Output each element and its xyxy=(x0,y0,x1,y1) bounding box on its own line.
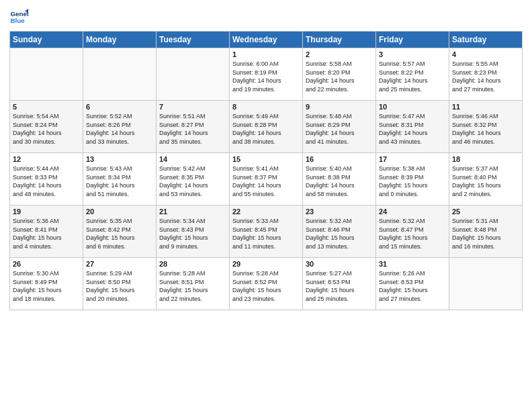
day-info: Sunrise: 5:38 AM Sunset: 8:39 PM Dayligh… xyxy=(379,165,446,198)
calendar-cell: 20Sunrise: 5:35 AM Sunset: 8:42 PM Dayli… xyxy=(83,205,157,258)
calendar-cell: 6Sunrise: 5:52 AM Sunset: 8:26 PM Daylig… xyxy=(83,101,157,153)
calendar-cell: 19Sunrise: 5:36 AM Sunset: 8:41 PM Dayli… xyxy=(10,205,83,258)
col-header-thursday: Thursday xyxy=(303,32,376,48)
calendar-cell xyxy=(83,48,157,101)
day-info: Sunrise: 5:29 AM Sunset: 8:50 PM Dayligh… xyxy=(86,269,153,303)
day-info: Sunrise: 5:28 AM Sunset: 8:51 PM Dayligh… xyxy=(159,269,226,303)
day-number: 4 xyxy=(452,50,519,58)
day-number: 26 xyxy=(13,260,80,268)
day-number: 25 xyxy=(452,208,519,216)
col-header-monday: Monday xyxy=(83,32,157,48)
col-header-saturday: Saturday xyxy=(449,32,523,48)
day-info: Sunrise: 5:41 AM Sunset: 8:37 PM Dayligh… xyxy=(232,165,300,198)
logo: General Blue xyxy=(9,7,31,26)
day-info: Sunrise: 5:36 AM Sunset: 8:41 PM Dayligh… xyxy=(13,217,80,250)
day-info: Sunrise: 5:40 AM Sunset: 8:38 PM Dayligh… xyxy=(306,165,373,198)
calendar-cell: 13Sunrise: 5:43 AM Sunset: 8:34 PM Dayli… xyxy=(83,153,157,205)
day-info: Sunrise: 5:30 AM Sunset: 8:49 PM Dayligh… xyxy=(13,269,80,303)
day-number: 13 xyxy=(86,155,153,163)
day-info: Sunrise: 5:47 AM Sunset: 8:31 PM Dayligh… xyxy=(379,112,446,146)
day-info: Sunrise: 5:37 AM Sunset: 8:40 PM Dayligh… xyxy=(452,165,519,198)
day-info: Sunrise: 5:58 AM Sunset: 8:20 PM Dayligh… xyxy=(306,60,373,93)
day-number: 30 xyxy=(306,260,373,268)
calendar-week-row: 5Sunrise: 5:54 AM Sunset: 8:24 PM Daylig… xyxy=(10,101,523,153)
day-info: Sunrise: 5:57 AM Sunset: 8:22 PM Dayligh… xyxy=(379,60,446,93)
day-number: 3 xyxy=(379,50,446,58)
day-number: 2 xyxy=(306,50,373,58)
calendar-week-row: 1Sunrise: 6:00 AM Sunset: 8:19 PM Daylig… xyxy=(10,48,523,101)
calendar-cell: 22Sunrise: 5:33 AM Sunset: 8:45 PM Dayli… xyxy=(230,205,303,258)
col-header-sunday: Sunday xyxy=(10,32,83,48)
day-info: Sunrise: 5:34 AM Sunset: 8:43 PM Dayligh… xyxy=(159,217,226,250)
day-info: Sunrise: 5:55 AM Sunset: 8:23 PM Dayligh… xyxy=(452,60,519,93)
calendar-header-row: SundayMondayTuesdayWednesdayThursdayFrid… xyxy=(10,32,523,48)
col-header-wednesday: Wednesday xyxy=(230,32,303,48)
calendar-cell: 3Sunrise: 5:57 AM Sunset: 8:22 PM Daylig… xyxy=(376,48,449,101)
calendar-cell: 11Sunrise: 5:46 AM Sunset: 8:32 PM Dayli… xyxy=(449,101,523,153)
day-number: 1 xyxy=(232,50,300,58)
calendar-cell: 27Sunrise: 5:29 AM Sunset: 8:50 PM Dayli… xyxy=(83,258,157,310)
day-number: 22 xyxy=(232,208,300,216)
calendar-cell: 5Sunrise: 5:54 AM Sunset: 8:24 PM Daylig… xyxy=(10,101,83,153)
day-info: Sunrise: 5:48 AM Sunset: 8:29 PM Dayligh… xyxy=(306,112,373,146)
day-number: 7 xyxy=(159,103,226,111)
day-info: Sunrise: 5:27 AM Sunset: 8:53 PM Dayligh… xyxy=(306,269,373,303)
day-number: 20 xyxy=(86,208,153,216)
calendar-cell: 4Sunrise: 5:55 AM Sunset: 8:23 PM Daylig… xyxy=(449,48,523,101)
calendar-cell: 21Sunrise: 5:34 AM Sunset: 8:43 PM Dayli… xyxy=(157,205,230,258)
calendar-cell: 12Sunrise: 5:44 AM Sunset: 8:33 PM Dayli… xyxy=(10,153,83,205)
svg-text:Blue: Blue xyxy=(10,17,25,24)
day-info: Sunrise: 5:31 AM Sunset: 8:48 PM Dayligh… xyxy=(452,217,519,250)
day-info: Sunrise: 5:26 AM Sunset: 8:53 PM Dayligh… xyxy=(379,269,446,303)
calendar-cell xyxy=(449,258,523,310)
calendar-cell: 15Sunrise: 5:41 AM Sunset: 8:37 PM Dayli… xyxy=(230,153,303,205)
calendar-cell: 17Sunrise: 5:38 AM Sunset: 8:39 PM Dayli… xyxy=(376,153,449,205)
day-number: 11 xyxy=(452,103,519,111)
day-info: Sunrise: 5:54 AM Sunset: 8:24 PM Dayligh… xyxy=(13,112,80,146)
calendar-cell: 2Sunrise: 5:58 AM Sunset: 8:20 PM Daylig… xyxy=(303,48,376,101)
day-info: Sunrise: 5:51 AM Sunset: 8:27 PM Dayligh… xyxy=(159,112,226,146)
calendar-table: SundayMondayTuesdayWednesdayThursdayFrid… xyxy=(9,31,523,310)
col-header-friday: Friday xyxy=(376,32,449,48)
calendar-cell: 29Sunrise: 5:28 AM Sunset: 8:52 PM Dayli… xyxy=(230,258,303,310)
day-number: 16 xyxy=(306,155,373,163)
calendar-cell: 30Sunrise: 5:27 AM Sunset: 8:53 PM Dayli… xyxy=(303,258,376,310)
calendar-week-row: 12Sunrise: 5:44 AM Sunset: 8:33 PM Dayli… xyxy=(10,153,523,205)
day-number: 5 xyxy=(13,103,80,111)
day-number: 6 xyxy=(86,103,153,111)
day-number: 24 xyxy=(379,208,446,216)
day-info: Sunrise: 5:43 AM Sunset: 8:34 PM Dayligh… xyxy=(86,165,153,198)
day-number: 17 xyxy=(379,155,446,163)
calendar-cell: 24Sunrise: 5:32 AM Sunset: 8:47 PM Dayli… xyxy=(376,205,449,258)
day-info: Sunrise: 5:46 AM Sunset: 8:32 PM Dayligh… xyxy=(452,112,519,146)
calendar-cell: 8Sunrise: 5:49 AM Sunset: 8:28 PM Daylig… xyxy=(230,101,303,153)
day-number: 8 xyxy=(232,103,300,111)
calendar-cell: 14Sunrise: 5:42 AM Sunset: 8:35 PM Dayli… xyxy=(157,153,230,205)
calendar-week-row: 19Sunrise: 5:36 AM Sunset: 8:41 PM Dayli… xyxy=(10,205,523,258)
page-container: General Blue SundayMondayTuesdayWednesda… xyxy=(0,0,532,317)
day-info: Sunrise: 6:00 AM Sunset: 8:19 PM Dayligh… xyxy=(232,60,300,93)
day-info: Sunrise: 5:52 AM Sunset: 8:26 PM Dayligh… xyxy=(86,112,153,146)
day-number: 10 xyxy=(379,103,446,111)
day-number: 21 xyxy=(159,208,226,216)
calendar-cell: 16Sunrise: 5:40 AM Sunset: 8:38 PM Dayli… xyxy=(303,153,376,205)
calendar-cell: 25Sunrise: 5:31 AM Sunset: 8:48 PM Dayli… xyxy=(449,205,523,258)
day-number: 14 xyxy=(159,155,226,163)
day-number: 27 xyxy=(86,260,153,268)
day-info: Sunrise: 5:33 AM Sunset: 8:45 PM Dayligh… xyxy=(232,217,300,250)
day-info: Sunrise: 5:32 AM Sunset: 8:47 PM Dayligh… xyxy=(379,217,446,250)
calendar-cell: 23Sunrise: 5:32 AM Sunset: 8:46 PM Dayli… xyxy=(303,205,376,258)
day-info: Sunrise: 5:44 AM Sunset: 8:33 PM Dayligh… xyxy=(13,165,80,198)
calendar-cell: 28Sunrise: 5:28 AM Sunset: 8:51 PM Dayli… xyxy=(157,258,230,310)
calendar-cell: 7Sunrise: 5:51 AM Sunset: 8:27 PM Daylig… xyxy=(157,101,230,153)
calendar-week-row: 26Sunrise: 5:30 AM Sunset: 8:49 PM Dayli… xyxy=(10,258,523,310)
logo-icon: General Blue xyxy=(9,7,28,26)
day-number: 28 xyxy=(159,260,226,268)
calendar-cell: 18Sunrise: 5:37 AM Sunset: 8:40 PM Dayli… xyxy=(449,153,523,205)
day-info: Sunrise: 5:28 AM Sunset: 8:52 PM Dayligh… xyxy=(232,269,300,303)
day-number: 18 xyxy=(452,155,519,163)
day-number: 19 xyxy=(13,208,80,216)
day-number: 23 xyxy=(306,208,373,216)
calendar-cell xyxy=(10,48,83,101)
day-info: Sunrise: 5:35 AM Sunset: 8:42 PM Dayligh… xyxy=(86,217,153,250)
